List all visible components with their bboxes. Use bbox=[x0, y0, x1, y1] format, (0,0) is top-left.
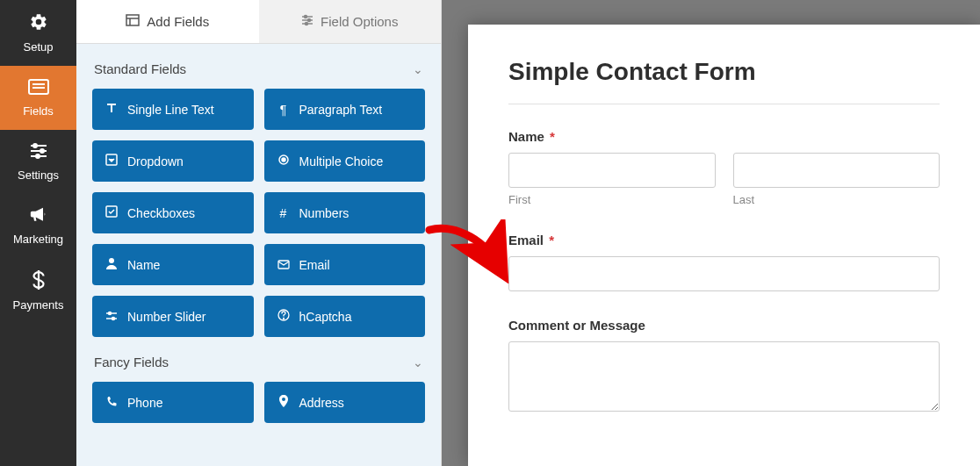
field-label: Email * bbox=[508, 233, 940, 247]
field-single-line-text[interactable]: Single Line Text bbox=[92, 89, 254, 130]
field-number-slider[interactable]: Number Slider bbox=[92, 296, 254, 337]
svg-point-21 bbox=[282, 158, 285, 161]
field-label: Single Line Text bbox=[127, 103, 214, 117]
tab-add-fields[interactable]: Add Fields bbox=[76, 0, 259, 43]
svg-point-18 bbox=[306, 23, 308, 25]
user-icon bbox=[104, 257, 119, 272]
required-mark: * bbox=[549, 233, 554, 247]
paragraph-icon: ¶ bbox=[277, 103, 291, 117]
input-last-name[interactable] bbox=[733, 153, 940, 188]
svg-point-6 bbox=[40, 149, 44, 153]
svg-point-28 bbox=[112, 317, 115, 319]
field-label: Paragraph Text bbox=[299, 103, 383, 117]
field-label: Dropdown bbox=[127, 154, 184, 168]
group-label: Standard Fields bbox=[94, 61, 186, 76]
nav-label: Payments bbox=[13, 298, 64, 312]
field-label: Checkboxes bbox=[127, 206, 195, 220]
nav-setup[interactable]: Setup bbox=[0, 0, 76, 66]
dollar-icon bbox=[4, 270, 73, 295]
nav-payments[interactable]: Payments bbox=[0, 258, 76, 324]
input-first-name[interactable] bbox=[508, 153, 716, 188]
caret-square-icon bbox=[104, 154, 119, 168]
map-pin-icon bbox=[277, 395, 291, 410]
envelope-icon bbox=[277, 258, 291, 272]
tab-label: Field Options bbox=[321, 14, 398, 29]
hash-icon: # bbox=[277, 206, 291, 220]
group-fancy-fields[interactable]: Fancy Fields ⌄ bbox=[92, 337, 425, 382]
field-label: Comment or Message bbox=[508, 318, 940, 333]
field-numbers[interactable]: #Numbers bbox=[264, 192, 426, 233]
field-checkboxes[interactable]: Checkboxes bbox=[92, 192, 254, 233]
field-label: hCaptcha bbox=[299, 310, 352, 324]
nav-fields[interactable]: Fields bbox=[0, 66, 76, 130]
sublabel-first: First bbox=[508, 193, 716, 206]
tab-label: Add Fields bbox=[147, 14, 209, 29]
field-label: Name * bbox=[508, 129, 940, 144]
svg-point-4 bbox=[33, 144, 37, 147]
sliders-icon bbox=[104, 310, 119, 324]
svg-point-26 bbox=[109, 312, 112, 314]
svg-point-14 bbox=[305, 16, 307, 18]
field-address[interactable]: Address bbox=[264, 382, 426, 423]
field-paragraph-text[interactable]: ¶Paragraph Text bbox=[264, 89, 426, 130]
checkbox-icon bbox=[104, 205, 119, 220]
chevron-down-icon: ⌄ bbox=[413, 62, 423, 76]
fields-panel: Add Fields Field Options Standard Fields… bbox=[76, 0, 442, 466]
group-label: Fancy Fields bbox=[94, 355, 169, 369]
svg-point-8 bbox=[36, 154, 40, 158]
layout-icon bbox=[126, 14, 140, 29]
input-email[interactable] bbox=[508, 256, 940, 291]
bullhorn-icon bbox=[4, 206, 73, 229]
form-field-comment[interactable]: Comment or Message bbox=[508, 318, 940, 415]
field-label: Number Slider bbox=[127, 310, 205, 324]
sliders-icon bbox=[4, 142, 73, 165]
phone-icon bbox=[104, 396, 119, 410]
tab-field-options[interactable]: Field Options bbox=[259, 0, 442, 43]
sliders-icon bbox=[301, 14, 313, 29]
chevron-down-icon: ⌄ bbox=[413, 355, 423, 369]
field-email[interactable]: Email bbox=[264, 244, 426, 285]
textarea-comment[interactable] bbox=[508, 341, 940, 412]
main-nav: Setup Fields Settings Marketing Payments bbox=[0, 0, 76, 466]
field-label: Numbers bbox=[299, 206, 349, 220]
field-hcaptcha[interactable]: hCaptcha bbox=[264, 296, 426, 337]
field-name[interactable]: Name bbox=[92, 244, 254, 285]
svg-rect-10 bbox=[126, 15, 139, 25]
field-label: Phone bbox=[127, 396, 162, 410]
form-field-email[interactable]: Email * bbox=[508, 233, 940, 291]
field-label: Multiple Choice bbox=[299, 154, 384, 168]
field-label: Address bbox=[299, 396, 344, 410]
gear-icon bbox=[4, 12, 73, 37]
svg-point-16 bbox=[308, 19, 311, 22]
nav-label: Setup bbox=[24, 40, 54, 54]
form-canvas-wrap: Simple Contact Form Name * First Last Em… bbox=[442, 0, 980, 466]
text-icon bbox=[104, 102, 119, 117]
nav-label: Marketing bbox=[13, 233, 63, 246]
nav-settings[interactable]: Settings bbox=[0, 130, 76, 194]
sublabel-last: Last bbox=[733, 193, 940, 206]
form-icon bbox=[4, 78, 73, 101]
nav-marketing[interactable]: Marketing bbox=[0, 194, 76, 258]
radio-icon bbox=[277, 154, 291, 168]
field-multiple-choice[interactable]: Multiple Choice bbox=[264, 140, 426, 182]
field-label: Name bbox=[127, 258, 160, 272]
form-field-name[interactable]: Name * First Last bbox=[508, 129, 940, 206]
field-dropdown[interactable]: Dropdown bbox=[92, 140, 254, 182]
nav-label: Fields bbox=[23, 104, 54, 118]
svg-point-23 bbox=[109, 258, 114, 263]
panel-tabs: Add Fields Field Options bbox=[76, 0, 441, 44]
nav-label: Settings bbox=[18, 168, 59, 182]
field-phone[interactable]: Phone bbox=[92, 382, 254, 423]
form-title: Simple Contact Form bbox=[508, 58, 940, 104]
group-standard-fields[interactable]: Standard Fields ⌄ bbox=[92, 44, 425, 89]
question-icon bbox=[277, 309, 291, 324]
required-mark: * bbox=[550, 129, 555, 144]
svg-point-30 bbox=[283, 319, 284, 319]
panel-body[interactable]: Standard Fields ⌄ Single Line Text ¶Para… bbox=[76, 44, 441, 466]
field-label: Email bbox=[299, 258, 330, 272]
form-canvas[interactable]: Simple Contact Form Name * First Last Em… bbox=[468, 25, 980, 466]
